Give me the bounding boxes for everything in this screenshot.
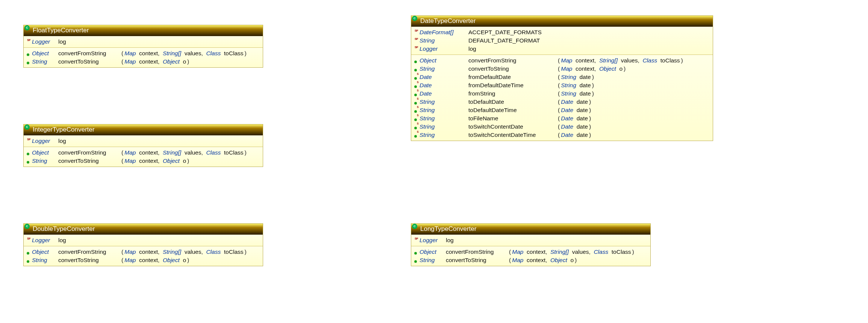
method-name: convertFromString [58,50,118,57]
field-type: DateFormat[] [420,29,465,36]
method-params: ( String date ) [558,74,594,80]
visibility-icon [414,108,418,111]
field-type: Logger [32,38,55,45]
method-params: ( Date date ) [558,123,591,130]
visibility-icon [414,91,418,95]
field-name: ACCEPT_DATE_FORMATS [468,29,542,36]
method-params: ( Map context, String[] values, Class to… [509,249,634,255]
method-name: toSwitchContentDateTime [468,132,555,138]
method-row: StringconvertToString( Map context, Obje… [27,58,260,66]
class-title: DateTypeConverter [420,17,476,24]
methods-section: ObjectconvertFromString( Map context, St… [411,55,713,141]
fields-section: SF Logger log [24,135,263,147]
method-name: convertToString [468,65,555,72]
visibility-icon [414,116,418,120]
return-type: Date [420,82,465,89]
visibility-icon [414,74,418,78]
visibility-icon [414,258,418,261]
panel-header: C LongTypeConverter [411,224,650,235]
method-params: ( Map context, Object o ) [509,257,577,264]
field-name: DEFAULT_DATE_FORMAT [468,37,540,44]
return-type: Object [32,249,55,255]
return-type: String [420,115,465,122]
field-type: Logger [32,237,55,244]
method-params: ( Date date ) [558,107,591,114]
method-name: convertToString [58,257,118,264]
visibility-icon [27,249,30,253]
method-row: StringtoDefaultDateTime( Date date ) [414,106,710,114]
class-panel-double: C DoubleTypeConverter SF Logger log Obje… [23,223,263,266]
method-name: convertFromString [58,249,118,255]
class-title: IntegerTypeConverter [33,126,94,133]
method-row: DatefromDefaultDate( String date ) [414,73,710,81]
field-type: Logger [32,138,55,144]
method-row: DatefromString( String date ) [414,89,710,98]
method-row: ObjectconvertFromString( Map context, St… [414,56,710,65]
method-params: ( String date ) [558,82,594,89]
field-row: SF Logger log [27,38,260,46]
method-row: ObjectconvertFromString( Map context, St… [414,248,647,256]
method-name: fromDefaultDate [468,74,555,80]
visibility-icon: SF [414,38,418,42]
panel-header: C FloatTypeConverter [24,25,263,36]
visibility-icon [27,59,30,63]
method-row: ObjectconvertFromString( Map context, St… [27,149,260,157]
return-type: String [420,99,465,105]
visibility-icon [27,258,30,261]
visibility-icon [414,83,418,86]
method-params: ( Map context, Object o ) [121,257,189,264]
visibility-icon: SF [414,46,418,50]
class-icon: C [412,16,417,21]
field-type: Logger [420,45,465,52]
class-panel-integer: C IntegerTypeConverter SF Logger log Obj… [23,124,263,167]
method-params: ( Map context, Object o ) [558,65,626,72]
method-row: StringtoFileName( Date date ) [414,114,710,123]
methods-section: ObjectconvertFromString( Map context, St… [411,246,650,266]
visibility-icon [414,66,418,70]
field-row: SF String DEFAULT_DATE_FORMAT [414,36,710,45]
return-type: String [420,132,465,138]
visibility-icon [27,150,30,154]
method-name: fromDefaultDateTime [468,82,555,89]
return-type: String [420,65,465,72]
field-name: log [58,38,66,45]
method-name: convertFromString [468,57,555,64]
method-params: ( Date date ) [558,99,591,105]
method-params: ( Date date ) [558,115,591,122]
method-params: ( Map context, Object o ) [121,58,189,65]
method-row: DatefromDefaultDateTime( String date ) [414,81,710,89]
method-row: ObjectconvertFromString( Map context, St… [27,49,260,58]
method-params: ( Map context, String[] values, Class to… [558,57,683,64]
visibility-icon: SF [414,30,418,33]
fields-section: SF Logger log [411,235,650,246]
return-type: Object [32,149,55,156]
method-name: toDefaultDateTime [468,107,555,114]
method-params: ( String date ) [558,90,594,97]
class-title: FloatTypeConverter [33,27,89,34]
return-type: Date [420,90,465,97]
return-type: Object [32,50,55,57]
method-name: convertToString [58,58,118,65]
class-icon: C [24,224,30,229]
visibility-icon: SF [27,138,30,142]
class-panel-float: C FloatTypeConverter SF Logger log Objec… [23,25,263,68]
visibility-icon: SF [27,238,30,241]
method-row: StringtoDefaultDate( Date date ) [414,98,710,106]
method-name: convertFromString [58,149,118,156]
fields-section: SF Logger log [24,36,263,47]
field-name: log [58,237,66,244]
visibility-icon [414,124,418,128]
method-row: StringconvertToString( Map context, Obje… [27,157,260,165]
panel-header: C DateTypeConverter [411,16,713,27]
return-type: Object [420,57,465,64]
field-row: SF Logger log [414,45,710,53]
field-row: SF Logger log [27,236,260,244]
method-params: ( Map context, Object o ) [121,158,189,164]
visibility-icon [414,99,418,103]
methods-section: ObjectconvertFromString( Map context, St… [24,246,263,266]
class-title: LongTypeConverter [420,225,476,232]
method-params: ( Date date ) [558,132,591,138]
visibility-icon [27,158,30,162]
field-name: log [468,45,476,52]
method-params: ( Map context, String[] values, Class to… [121,50,247,57]
